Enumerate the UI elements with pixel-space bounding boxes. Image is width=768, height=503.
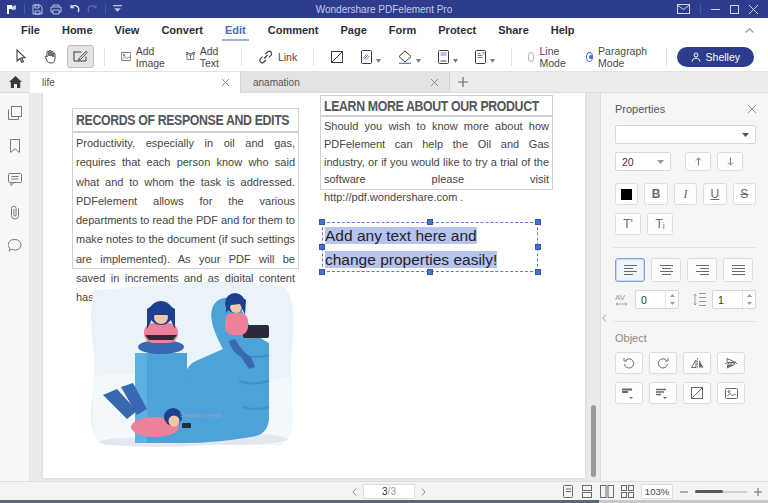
flip-horizontal-button[interactable] [683,352,711,374]
collapse-ribbon-icon[interactable] [745,28,754,33]
zoom-in-icon[interactable] [754,488,762,496]
align-left-button[interactable] [615,258,645,282]
tab-life[interactable]: life [30,72,240,93]
bold-button[interactable]: B [644,183,667,205]
edit-tool-button[interactable] [67,45,94,68]
resize-handle-s[interactable] [427,269,433,275]
line-spacing-spinner[interactable] [742,291,755,308]
distribute-objects-button[interactable] [649,382,677,404]
menu-form[interactable]: Form [378,20,428,40]
zoom-slider-thumb[interactable] [695,490,723,493]
page-thumbnails-icon[interactable] [7,105,23,121]
save-icon[interactable] [32,4,43,15]
menu-edit[interactable]: Edit [214,20,257,40]
chat-bubble-icon[interactable] [7,237,23,253]
menu-share[interactable]: Share [487,20,540,40]
selected-text-box[interactable]: Add any text here and change properties … [322,222,538,272]
continuous-view-icon[interactable] [581,485,593,498]
account-button[interactable]: Shelley [677,47,754,67]
link-button[interactable]: Link [252,46,303,68]
replace-image-button[interactable] [717,382,745,404]
home-tab-icon[interactable] [0,72,30,92]
select-tool-button[interactable] [8,45,33,68]
menu-home[interactable]: Home [51,20,104,40]
menu-help[interactable]: Help [540,20,586,40]
close-button[interactable] [749,5,758,14]
rotate-right-button[interactable] [649,352,677,374]
left-heading-block[interactable]: RECORDS OF RESPONSE AND EDITS [72,108,299,132]
menu-view[interactable]: View [104,20,151,40]
zoom-level-input[interactable]: 103% [641,484,673,499]
single-page-view-icon[interactable] [562,485,574,498]
add-text-button[interactable]: Add Text [180,41,231,73]
properties-close-icon[interactable] [748,105,756,113]
undo-icon[interactable] [69,4,80,14]
underline-button[interactable]: U [703,183,726,205]
subscript-button[interactable]: Tᵢ [647,213,673,235]
strikethrough-button[interactable]: S [733,183,756,205]
pdf-page[interactable]: RECORDS OF RESPONSE AND EDITS Productivi… [43,93,585,478]
crop-object-button[interactable] [683,382,711,404]
resize-handle-se[interactable] [535,269,541,275]
align-objects-button[interactable] [615,382,643,404]
new-tab-button[interactable] [450,72,476,92]
menu-file[interactable]: File [10,20,51,40]
minimize-button[interactable] [711,5,720,14]
rotate-left-button[interactable] [615,352,643,374]
right-heading-block[interactable]: LEARN MORE ABOUT OUR PRODUCT [320,95,553,116]
tab-anamation-close-icon[interactable] [427,75,441,89]
annotations-icon[interactable] [7,171,23,187]
zoom-slider[interactable] [695,491,747,493]
resize-handle-ne[interactable] [535,219,541,225]
flip-vertical-button[interactable] [717,352,745,374]
tab-anamation[interactable]: anamation [240,72,450,92]
line-spacing-input[interactable]: 1 [712,290,756,309]
document-viewport[interactable]: RECORDS OF RESPONSE AND EDITS Productivi… [30,93,600,481]
resize-handle-sw[interactable] [319,269,325,275]
page-number-input[interactable]: 3 /3 [363,484,415,499]
grid-view-icon[interactable] [621,485,634,498]
char-spacing-spinner[interactable] [665,291,678,308]
attachments-icon[interactable] [7,204,23,220]
paragraph-mode-radio[interactable]: Paragraph Mode [580,45,656,69]
maximize-button[interactable] [730,5,739,14]
italic-button[interactable]: I [674,183,697,205]
bookmarks-icon[interactable] [7,138,23,154]
background-button[interactable] [391,46,427,68]
superscript-button[interactable]: Tʹ [615,213,641,235]
font-size-select[interactable]: 20 [615,152,671,171]
watermark-button[interactable] [354,46,387,68]
decrease-font-size-button[interactable] [717,152,743,171]
font-color-button[interactable] [615,183,638,205]
font-family-select[interactable] [615,125,756,144]
resize-handle-e[interactable] [535,244,541,250]
header-footer-button[interactable] [431,46,464,68]
line-mode-radio[interactable]: Line Mode [522,45,576,69]
previous-page-icon[interactable] [352,488,357,496]
resize-handle-nw[interactable] [319,219,325,225]
right-body-block[interactable]: Should you wish to know more about how P… [320,116,553,190]
vertical-scrollbar[interactable] [591,405,596,477]
zoom-out-icon[interactable] [680,491,688,493]
hand-tool-button[interactable] [37,45,63,68]
menu-page[interactable]: Page [329,20,377,40]
align-center-button[interactable] [651,258,681,282]
crop-button[interactable] [324,46,350,68]
menu-protect[interactable]: Protect [427,20,487,40]
align-justify-button[interactable] [723,258,753,282]
bates-numbering-button[interactable] [468,46,501,68]
customize-toolbar-icon[interactable] [113,5,122,13]
next-page-icon[interactable] [421,488,426,496]
feedback-mail-icon[interactable] [677,4,690,14]
tab-life-close-icon[interactable] [218,75,232,89]
left-body-block[interactable]: Productivity, especially in oil and gas,… [72,132,299,269]
redo-icon[interactable] [87,4,98,14]
char-spacing-input[interactable]: 0 [635,290,679,309]
panel-collapse-icon[interactable] [600,305,609,331]
resize-handle-w[interactable] [319,244,325,250]
menu-convert[interactable]: Convert [150,20,214,40]
resize-handle-n[interactable] [427,219,433,225]
add-image-button[interactable]: Add Image [115,41,176,73]
align-right-button[interactable] [687,258,717,282]
menu-comment[interactable]: Comment [257,20,330,40]
